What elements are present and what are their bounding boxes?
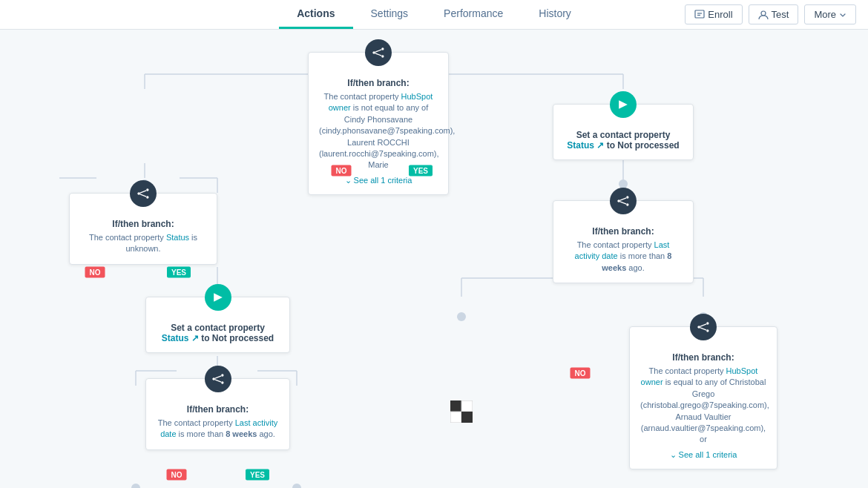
svg-line-53: [700, 328, 706, 330]
branch-icon-top: [365, 39, 392, 66]
svg-line-52: [700, 324, 706, 326]
enroll-button[interactable]: Enroll: [685, 4, 742, 24]
more-label: More: [814, 9, 836, 20]
svg-point-39: [626, 203, 628, 205]
right-branch2-node: If/then branch: The contact property Las…: [553, 200, 694, 283]
status-link-left-set1[interactable]: Status ↗: [162, 333, 199, 343]
no-label-left1: NO: [85, 267, 105, 278]
last-activity-link-left2[interactable]: Last activity date: [160, 418, 277, 438]
enroll-icon: [694, 10, 705, 20]
right-branch2-body: The contact property Last activity date …: [564, 240, 683, 274]
left-branch1-body: The contact property Status is unknown.: [80, 232, 206, 255]
left-branch2-title: If/then branch:: [157, 404, 279, 415]
svg-point-26: [381, 47, 384, 50]
test-button[interactable]: Test: [749, 4, 799, 24]
left-branch2-body: The contact property Last activity date …: [157, 418, 279, 441]
dot-yes-left2: [292, 484, 301, 488]
yes-label-top: YES: [409, 165, 433, 177]
top-branch-body: The contact property HubSpot owner is no…: [319, 91, 438, 171]
status-link-right1[interactable]: Status ↗: [567, 140, 604, 151]
branch-icon-left1: [130, 180, 157, 207]
svg-point-27: [381, 55, 384, 57]
svg-rect-62: [461, 412, 473, 423]
svg-line-34: [140, 191, 146, 193]
svg-point-44: [221, 374, 223, 376]
bottom-right-branch-title: If/then branch:: [640, 352, 766, 363]
last-activity-link-right2[interactable]: Last activity date: [575, 240, 670, 260]
right-branch2-title: If/then branch:: [564, 226, 683, 237]
left-set-property1-title: Set a contact property Status ↗ to Not p…: [157, 323, 279, 343]
svg-point-50: [706, 322, 708, 324]
left-branch2-node: If/then branch: The contact property Las…: [145, 378, 290, 450]
tab-history[interactable]: History: [521, 0, 589, 29]
svg-line-47: [214, 380, 220, 382]
bottom-right-branch-node: If/then branch: The contact property Hub…: [629, 326, 777, 469]
test-label: Test: [772, 9, 789, 20]
no-label-top: NO: [332, 165, 352, 177]
tab-actions[interactable]: Actions: [279, 0, 352, 29]
svg-rect-0: [695, 10, 704, 18]
svg-rect-59: [450, 400, 461, 412]
svg-line-35: [140, 194, 146, 197]
svg-line-41: [620, 202, 626, 204]
svg-line-46: [214, 376, 220, 378]
svg-point-33: [146, 196, 148, 198]
bottom-right-branch-body: The contact property HubSpot owner is eq…: [640, 366, 766, 446]
svg-line-40: [620, 198, 626, 200]
dot-no-right2: [457, 312, 466, 321]
user-icon: [758, 10, 769, 20]
nav-action-buttons: Enroll Test More: [685, 4, 856, 24]
see-all-top[interactable]: ⌄ See all 1 criteria: [345, 176, 412, 185]
no-label-left2: NO: [167, 469, 187, 481]
svg-line-28: [375, 50, 381, 52]
more-button[interactable]: More: [804, 4, 856, 24]
branch-icon-bottom-right: [690, 314, 717, 340]
chevron-down-icon: [839, 11, 846, 19]
enroll-label: Enroll: [708, 9, 732, 20]
left-branch1-node: If/then branch: The contact property Sta…: [69, 193, 217, 265]
branch-icon-right2: [610, 188, 637, 214]
flag-icon-right1: [610, 91, 637, 118]
top-navigation: Actions Settings Performance History Enr…: [0, 0, 868, 30]
right-set-property1-node: Set a contact property Status ↗ to Not p…: [553, 104, 694, 160]
svg-point-3: [761, 11, 766, 16]
branch-icon-left2: [205, 366, 231, 392]
yes-label-left1: YES: [167, 267, 191, 278]
nav-tabs: Actions Settings Performance History: [279, 0, 589, 29]
top-branch-title: If/then branch:: [319, 78, 438, 88]
svg-line-29: [375, 53, 381, 56]
hubspot-owner-link-top[interactable]: HubSpot owner: [329, 92, 433, 112]
svg-point-32: [146, 188, 148, 191]
svg-point-38: [626, 196, 628, 198]
svg-rect-60: [461, 400, 473, 412]
svg-rect-61: [450, 412, 461, 423]
checkerboard-center: [450, 400, 473, 423]
status-link-left1[interactable]: Status: [166, 233, 189, 242]
tab-performance[interactable]: Performance: [426, 0, 521, 29]
dot-no-left2: [131, 484, 140, 488]
yes-label-left2: YES: [246, 469, 269, 481]
workflow-canvas: If/then branch: The contact property Hub…: [0, 30, 868, 488]
flag-icon-left1: [205, 284, 231, 311]
left-branch1-title: If/then branch:: [80, 219, 206, 229]
right-set-property1-title: Set a contact property Status ↗ to Not p…: [564, 130, 683, 151]
svg-point-51: [706, 329, 708, 332]
tab-settings[interactable]: Settings: [353, 0, 427, 29]
no-label-right2: NO: [571, 368, 591, 379]
svg-point-45: [221, 381, 223, 383]
see-all-bottom-right[interactable]: ⌄ See all 1 criteria: [670, 450, 737, 460]
hubspot-owner-link-bottom-right[interactable]: HubSpot owner: [641, 366, 758, 386]
left-set-property1-node: Set a contact property Status ↗ to Not p…: [145, 297, 290, 353]
